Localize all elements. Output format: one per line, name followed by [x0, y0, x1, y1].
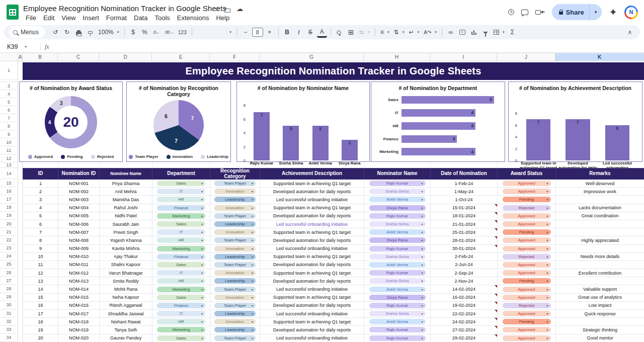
status-dropdown[interactable]: Approved▾	[503, 221, 551, 227]
cell-award-status[interactable]: Rejected▾	[498, 301, 556, 309]
cell-nominee-name[interactable]: Mohit Rana	[100, 285, 152, 293]
chevron-down-icon[interactable]: ▾	[546, 336, 548, 340]
cell-remarks[interactable]	[556, 261, 644, 269]
cell-recognition-category[interactable]: Innovation▾	[210, 244, 260, 252]
category-dropdown[interactable]: Innovation▾	[214, 319, 256, 324]
chevron-down-icon[interactable]: ▾	[201, 320, 203, 323]
chevron-down-icon[interactable]: ▾	[421, 230, 423, 234]
chevron-down-icon[interactable]: ▾	[546, 198, 548, 201]
chevron-down-icon[interactable]: ▾	[252, 222, 253, 226]
chevron-down-icon[interactable]: ▾	[252, 206, 253, 210]
cell-date[interactable]: 30-01-2024	[431, 244, 498, 252]
cell-id[interactable]: 2	[23, 188, 58, 196]
nominator-dropdown[interactable]: Ankit Verma▾	[369, 197, 426, 202]
chevron-down-icon[interactable]: ▾	[546, 190, 548, 193]
chevron-down-icon[interactable]: ▾	[421, 214, 423, 218]
menu-help[interactable]: Help	[212, 13, 233, 23]
row-header-6[interactable]: 6	[0, 106, 18, 114]
chevron-down-icon[interactable]: ▾	[201, 255, 203, 259]
column-header-D[interactable]: D	[99, 53, 152, 61]
cell-department[interactable]: IT▾	[152, 269, 210, 277]
status-dropdown[interactable]: Approved▾	[503, 287, 551, 292]
cell-id[interactable]: 13	[23, 277, 58, 285]
cell-remarks[interactable]	[556, 196, 644, 204]
comments-icon[interactable]	[521, 10, 528, 15]
cell-date[interactable]: 2-Nov-24	[431, 277, 498, 285]
department-dropdown[interactable]: Marketing▾	[157, 287, 205, 292]
row-header-24[interactable]: 24	[0, 252, 18, 261]
chart-card-3[interactable]: # of Nomination by Nominator Name024687R…	[236, 81, 370, 162]
italic-button[interactable]: I	[294, 27, 304, 38]
gemini-sparkle-icon[interactable]: ✦	[609, 7, 617, 17]
cell-date[interactable]: 15-01-2024	[431, 204, 498, 212]
nominator-dropdown[interactable]: Sneha Sinha▾	[369, 311, 426, 316]
category-dropdown[interactable]: Leadership▾	[214, 278, 256, 284]
cell-nomination-id[interactable]: NOM-005	[58, 212, 100, 220]
cell-nominator[interactable]: Ankit Verma▾	[364, 261, 431, 269]
category-dropdown[interactable]: Leadership▾	[214, 254, 256, 260]
chevron-down-icon[interactable]: ▾	[546, 263, 548, 267]
chevron-down-icon[interactable]: ▾	[421, 271, 423, 275]
cell-achievement[interactable]: Led successful onboarding initiative	[260, 196, 364, 204]
cell-recognition-category[interactable]: Leadership▾	[210, 326, 260, 334]
cell-nomination-id[interactable]: NOM-002	[58, 188, 100, 196]
cell-achievement[interactable]: Developed automation for daily reports	[260, 188, 364, 196]
cell-nominee-name[interactable]: Preeti Singh	[100, 228, 152, 236]
chevron-down-icon[interactable]: ▾	[421, 279, 423, 283]
cell-nominee-name[interactable]: Gaurav Pandey	[100, 334, 152, 342]
increase-font-size-button[interactable]: +	[265, 27, 275, 38]
text-color-button[interactable]: A	[317, 27, 327, 38]
cell-nominee-name[interactable]: Shalini Kapoor	[100, 261, 152, 269]
cell-recognition-category[interactable]: Innovation▾	[210, 269, 260, 277]
chevron-down-icon[interactable]: ▾	[421, 190, 423, 193]
cell-date[interactable]: 27-02-2024	[431, 326, 498, 334]
chevron-down-icon[interactable]: ▾	[546, 230, 548, 234]
chevron-down-icon[interactable]: ▾	[201, 182, 203, 185]
cell-department[interactable]: HR▾	[152, 196, 210, 204]
cell-recognition-category[interactable]: Team Player▾	[210, 334, 260, 342]
cell-remarks[interactable]: Highly appreciated	[556, 236, 644, 244]
cell-nominee-name[interactable]: Priya Sharma	[100, 180, 152, 188]
chevron-down-icon[interactable]: ▾	[252, 328, 253, 331]
column-header-K[interactable]: K	[555, 53, 644, 61]
chevron-down-icon[interactable]: ▾	[421, 182, 423, 185]
cell-nominator[interactable]: Divya Rana▾	[364, 204, 431, 212]
row-header-31[interactable]: 31	[0, 309, 18, 317]
status-dropdown[interactable]: Approved▾	[503, 335, 551, 341]
cell-nomination-id[interactable]: NOM-014	[58, 285, 100, 293]
cell-remarks[interactable]	[556, 318, 644, 326]
column-header-J[interactable]: J	[497, 53, 555, 61]
cell-nomination-id[interactable]: NOM-009	[58, 244, 100, 252]
cell-achievement[interactable]: Supported team in achieving Q1 target	[260, 293, 364, 301]
cell-recognition-category[interactable]: Team Player▾	[210, 236, 260, 244]
cell-nominator[interactable]: Sneha Sinha▾	[364, 310, 431, 318]
cell-nominee-name[interactable]: Ritesh Aggarwal	[100, 301, 152, 309]
category-dropdown[interactable]: Leadership▾	[214, 311, 256, 316]
redo-button[interactable]: ↻	[62, 27, 72, 38]
menu-extensions[interactable]: Extensions	[174, 13, 213, 23]
cell-id[interactable]: 1	[23, 180, 58, 188]
column-header-I[interactable]: I	[430, 53, 497, 61]
chevron-down-icon[interactable]: ▾	[201, 328, 203, 331]
cell-date[interactable]: 1-Feb-24	[431, 180, 498, 188]
chevron-down-icon[interactable]: ▾	[421, 296, 423, 299]
row-header-7[interactable]: 7	[0, 114, 18, 122]
text-wrap-button[interactable]: ↵ ▾	[407, 27, 421, 38]
cell-date[interactable]: 29-02-2024	[431, 334, 498, 342]
chevron-down-icon[interactable]: ▾	[546, 271, 548, 275]
chevron-down-icon[interactable]: ▾	[201, 304, 203, 307]
chevron-down-icon[interactable]: ▾	[201, 190, 203, 193]
chevron-down-icon[interactable]: ▾	[421, 328, 423, 331]
menu-edit[interactable]: Edit	[40, 13, 58, 23]
cell-nomination-id[interactable]: NOM-001	[58, 180, 100, 188]
cell-nominee-name[interactable]: Rahul Joshi	[100, 204, 152, 212]
insert-link-button[interactable]: ∞	[446, 27, 456, 38]
cell-achievement[interactable]: Led successful onboarding initiative	[260, 244, 364, 252]
chart-card-1[interactable]: # of Nomination by Award Status2043Appro…	[19, 81, 123, 162]
create-filter-button[interactable]	[480, 27, 491, 38]
status-dropdown[interactable]: Pending▾	[503, 319, 551, 324]
column-header-H[interactable]: H	[364, 53, 430, 61]
row-header-15[interactable]: 15	[0, 179, 18, 187]
department-dropdown[interactable]: Sales▾	[157, 295, 205, 300]
department-dropdown[interactable]: Marketing▾	[157, 213, 205, 219]
